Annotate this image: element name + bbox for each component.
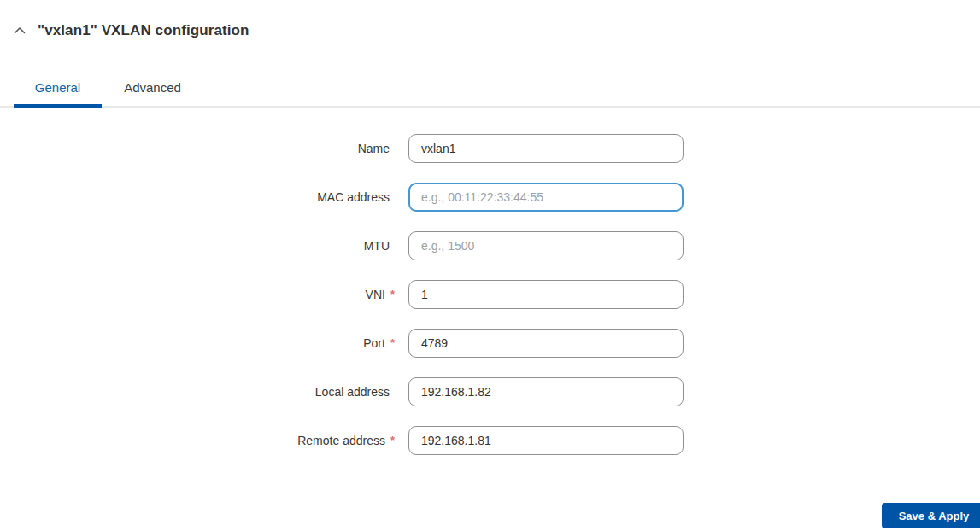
- mac-address-input[interactable]: [408, 183, 684, 212]
- field-label-box: Port *: [0, 336, 395, 350]
- port-label: Port: [363, 336, 385, 350]
- tab-bar: General Advanced: [0, 72, 980, 108]
- field-input-box: [408, 377, 684, 406]
- form-row-name: Name: [0, 134, 980, 163]
- form-row-vni: VNI *: [0, 280, 980, 309]
- port-input[interactable]: [408, 329, 684, 358]
- chevron-up-icon[interactable]: [14, 26, 26, 35]
- remote-address-label: Remote address: [297, 434, 385, 447]
- field-input-box: [408, 426, 684, 455]
- form-row-local-address: Local address: [0, 377, 980, 406]
- field-label-box: Local address: [0, 385, 395, 399]
- tab-advanced[interactable]: Advanced: [109, 72, 197, 106]
- local-address-label: Local address: [315, 385, 390, 399]
- vxlan-config-form: Name MAC address MTU VNI *: [0, 134, 980, 475]
- vni-input[interactable]: [408, 280, 684, 309]
- section-header[interactable]: "vxlan1" VXLAN configuration: [14, 22, 249, 39]
- required-mark: *: [390, 434, 395, 446]
- form-row-port: Port *: [0, 329, 980, 358]
- field-label-box: MAC address: [0, 190, 395, 204]
- required-mark: *: [390, 336, 395, 349]
- field-label-box: Remote address *: [0, 434, 395, 447]
- field-input-box: [408, 183, 684, 212]
- required-mark: *: [390, 288, 395, 301]
- mtu-input[interactable]: [408, 231, 684, 260]
- form-row-mtu: MTU: [0, 231, 980, 260]
- mtu-label: MTU: [364, 239, 390, 253]
- tab-general[interactable]: General: [14, 72, 102, 106]
- field-label-box: Name: [0, 142, 395, 155]
- field-label-box: VNI *: [0, 288, 395, 301]
- local-address-input[interactable]: [408, 377, 684, 406]
- form-row-remote-address: Remote address *: [0, 426, 980, 455]
- mac-address-label: MAC address: [317, 190, 390, 204]
- name-label: Name: [358, 142, 390, 155]
- vni-label: VNI: [366, 288, 385, 301]
- field-input-box: [408, 329, 684, 358]
- field-input-box: [408, 134, 684, 163]
- form-row-mac-address: MAC address: [0, 183, 980, 212]
- field-label-box: MTU: [0, 239, 395, 253]
- page-title: "vxlan1" VXLAN configuration: [38, 22, 249, 39]
- field-input-box: [408, 231, 684, 260]
- field-input-box: [408, 280, 684, 309]
- save-apply-button[interactable]: Save & Apply: [882, 503, 980, 528]
- remote-address-input[interactable]: [408, 426, 684, 455]
- name-input[interactable]: [408, 134, 684, 163]
